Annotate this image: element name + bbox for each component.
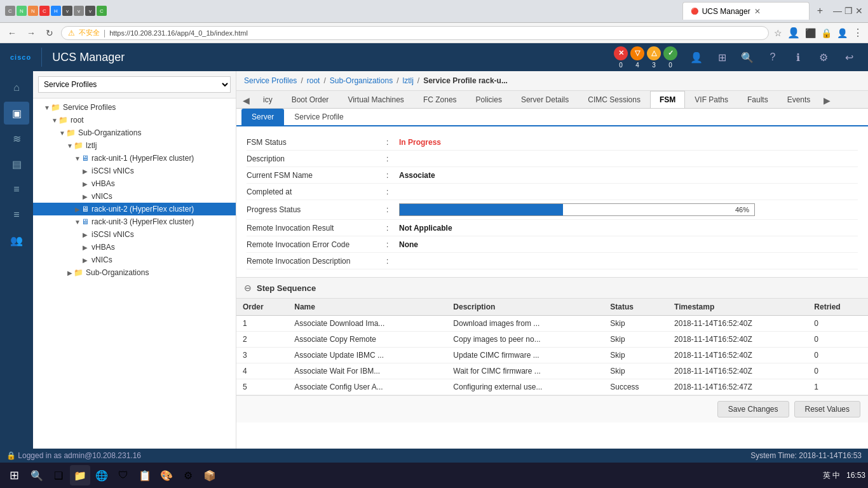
- save-changes-btn[interactable]: Save Changes: [717, 401, 789, 417]
- tab-boot-order[interactable]: Boot Order: [282, 91, 339, 108]
- tabs-left-btn[interactable]: ◀: [239, 93, 254, 108]
- tab-events[interactable]: Events: [778, 91, 820, 108]
- tab-cimc-sessions[interactable]: CIMC Sessions: [578, 91, 650, 108]
- taskbar-search-btn[interactable]: 🔍: [27, 465, 47, 485]
- maximize-btn[interactable]: ❐: [844, 6, 853, 16]
- breadcrumb-root[interactable]: root: [307, 76, 320, 85]
- taskbar-explorer-btn[interactable]: 📁: [70, 465, 90, 485]
- breadcrumb-sep-1: /: [301, 76, 302, 85]
- nav-network-icon[interactable]: ≋: [4, 127, 29, 150]
- tree-item-iscsi-3[interactable]: ▶ iSCSI vNICs: [33, 228, 236, 241]
- progress-bar-fill: [400, 204, 563, 215]
- tab-fsm[interactable]: FSM: [650, 91, 685, 109]
- url-box[interactable]: ⚠ 不安全 | https://10.208.231.16/app/4_0_1b…: [61, 26, 769, 40]
- taskbar-task-view-btn[interactable]: ❑: [48, 465, 69, 485]
- tab-icy[interactable]: icy: [254, 91, 282, 108]
- browser-tab-favicon: N: [17, 6, 27, 16]
- field-label-remote-desc: Remote Invocation Description: [247, 257, 386, 266]
- breadcrumb-sub-orgs[interactable]: Sub-Organizations: [330, 76, 393, 85]
- settings-icon-btn[interactable]: ⚙: [815, 48, 832, 66]
- tree-item-vhbas-3[interactable]: ▶ vHBAs: [33, 241, 236, 254]
- cell-order: 2: [236, 332, 288, 348]
- sub-tab-service-profile[interactable]: Service Profile: [284, 109, 353, 125]
- nav-server-icon[interactable]: ▣: [4, 102, 29, 125]
- ucs-body: ⌂ ▣ ≋ ▤ ≡ ≡ 👥 Service Profiles ▼ 📁 Servi…: [0, 71, 868, 449]
- cell-order: 4: [236, 363, 288, 379]
- tabs-right-btn[interactable]: ▶: [820, 93, 834, 108]
- browser-tab-favicon: C: [97, 6, 107, 16]
- taskbar-browser-2-btn[interactable]: 🛡: [113, 465, 133, 485]
- new-tab-btn[interactable]: +: [813, 5, 827, 17]
- account-icon-btn[interactable]: 👤: [787, 27, 800, 39]
- active-browser-tab[interactable]: 🔴 UCS Manager ✕: [682, 2, 810, 20]
- cell-timestamp: 2018-11-14T16:52:40Z: [668, 332, 808, 348]
- step-sequence-title: Step Sequence: [257, 283, 316, 293]
- tree-item-vhbas-1[interactable]: ▶ vHBAs: [33, 177, 236, 190]
- tab-faults[interactable]: Faults: [738, 91, 778, 108]
- col-header-timestamp: Timestamp: [668, 299, 808, 316]
- tree-item-root[interactable]: ▼ 📁 root: [33, 114, 236, 126]
- tree-toggle: ▼: [66, 142, 74, 149]
- nav-admin-icon[interactable]: ≡: [4, 203, 29, 226]
- start-button[interactable]: ⊞: [3, 464, 25, 487]
- refresh-btn[interactable]: ↻: [43, 27, 56, 39]
- close-btn[interactable]: ✕: [855, 6, 863, 16]
- lock-icon-btn[interactable]: 🔒: [821, 28, 832, 38]
- search-icon-btn[interactable]: 🔍: [738, 48, 756, 66]
- forward-btn[interactable]: →: [24, 27, 38, 39]
- account-btn2[interactable]: 👤: [837, 28, 848, 38]
- nav-home-icon[interactable]: ⌂: [4, 76, 29, 99]
- cell-status: Skip: [604, 316, 668, 332]
- info-count: 0: [668, 62, 672, 69]
- nav-users-icon[interactable]: 👥: [4, 229, 29, 252]
- help-icon-btn[interactable]: ?: [764, 48, 782, 66]
- sub-tab-server[interactable]: Server: [241, 109, 284, 125]
- tree-toggle: ▶: [81, 180, 89, 187]
- step-table-body: 1 Associate Download Ima... Download ima…: [236, 316, 868, 395]
- field-colon: :: [386, 154, 399, 163]
- taskbar-browser-1-btn[interactable]: 🌐: [92, 465, 112, 485]
- app-title: UCS Manager: [52, 51, 125, 64]
- tree-item-vnics-1[interactable]: ▶ vNICs: [33, 190, 236, 203]
- sidebar-dropdown[interactable]: Service Profiles: [38, 76, 231, 93]
- tab-server-details[interactable]: Server Details: [512, 91, 578, 108]
- browser-tab-favicon: H: [51, 6, 61, 16]
- tree-item-iscsi-1[interactable]: ▶ iSCSI vNICs: [33, 165, 236, 177]
- tree-item-rack-unit-1[interactable]: ▼ 🖥 rack-unit-1 (HyperFlex cluster): [33, 152, 236, 165]
- ucs-header: cisco UCS Manager ✕ 0 ▽ 4 △ 3 ✓ 0: [0, 43, 868, 71]
- server-icon: 🖥: [81, 217, 89, 226]
- reset-values-btn[interactable]: Reset Values: [794, 401, 860, 417]
- user-icon-btn[interactable]: 👤: [688, 48, 705, 66]
- breadcrumb-service-profiles[interactable]: Service Profiles: [244, 76, 297, 85]
- tab-virtual-machines[interactable]: Virtual Machines: [338, 91, 414, 108]
- logout-icon-btn[interactable]: ↩: [840, 48, 858, 66]
- tab-policies[interactable]: Policies: [466, 91, 512, 108]
- menu-btn[interactable]: ⋮: [853, 27, 863, 39]
- extension-btn[interactable]: ⬛: [805, 28, 816, 38]
- tree-item-sub-orgs-2[interactable]: ▶ 📁 Sub-Organizations: [33, 266, 236, 279]
- back-btn[interactable]: ←: [5, 27, 19, 39]
- info-icon-btn[interactable]: ℹ: [789, 48, 807, 66]
- bookmark-btn[interactable]: ☆: [774, 28, 782, 38]
- tree-item-service-profiles[interactable]: ▼ 📁 Service Profiles: [33, 101, 236, 114]
- minimize-btn[interactable]: —: [833, 6, 842, 16]
- taskbar-app-3-btn[interactable]: ⚙: [178, 465, 198, 485]
- taskbar-app-4-btn[interactable]: 📦: [200, 465, 220, 485]
- taskbar-app-1-btn[interactable]: 📋: [135, 465, 155, 485]
- tab-vif-paths[interactable]: VIF Paths: [685, 91, 738, 108]
- tab-fc-zones[interactable]: FC Zones: [414, 91, 466, 108]
- tree-item-rack-unit-3[interactable]: ▼ 🖥 rack-unit-3 (HyperFlex cluster): [33, 215, 236, 228]
- grid-icon-btn[interactable]: ⊞: [713, 48, 731, 66]
- taskbar-app-2-btn[interactable]: 🎨: [156, 465, 177, 485]
- nav-storage-icon[interactable]: ▤: [4, 152, 29, 175]
- tree-item-sub-orgs[interactable]: ▼ 📁 Sub-Organizations: [33, 126, 236, 139]
- tree-item-rack-unit-2[interactable]: ▶ 🖥 rack-unit-2 (HyperFlex cluster): [33, 203, 236, 215]
- tree-item-vnics-3[interactable]: ▶ vNICs: [33, 254, 236, 266]
- tree-label: vNICs: [92, 192, 112, 201]
- breadcrumb-lztlj[interactable]: lztlj: [402, 76, 413, 85]
- tree-item-lztlj[interactable]: ▼ 📁 lztlj: [33, 139, 236, 152]
- tab-close-btn[interactable]: ✕: [754, 7, 761, 16]
- info-badge-icon: ✓: [663, 46, 677, 60]
- nav-list-icon[interactable]: ≡: [4, 178, 29, 201]
- step-sequence-header[interactable]: ⊖ Step Sequence: [236, 277, 868, 299]
